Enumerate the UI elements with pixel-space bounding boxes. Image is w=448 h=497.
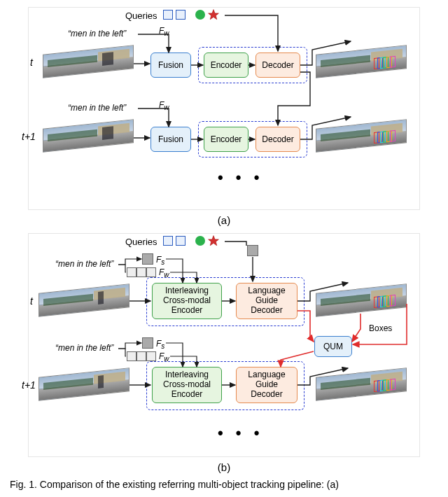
arrows-b (29, 234, 421, 444)
arrows-a (29, 8, 421, 190)
figure-caption: Fig. 1. Comparison of the existing refer… (10, 479, 438, 490)
diagram-a: Queries “men in the left” Fw t Fusion En… (28, 7, 420, 210)
diagram-b: Queries “men in the left” Fs Fw t Interl… (28, 233, 420, 457)
sub-label-b: (b) (0, 461, 448, 473)
sub-label-a: (a) (0, 214, 448, 226)
ellipsis: • • • (218, 424, 263, 442)
ellipsis: • • • (218, 169, 263, 187)
